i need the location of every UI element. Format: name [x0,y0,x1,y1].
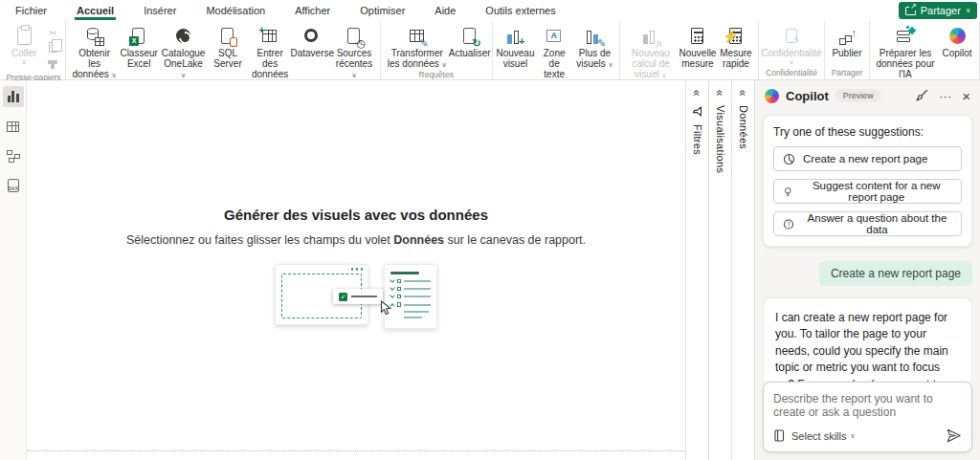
onelake-icon [174,26,193,46]
copy-icon[interactable] [45,41,60,54]
lightbulb-icon [783,186,793,198]
assistant-message: I can create a new report page for you. … [775,310,960,382]
visualizations-pane-collapsed[interactable]: « Visualisations [708,80,731,460]
skills-notebook-icon [773,429,785,442]
publish-icon: ↑ [837,26,857,46]
excel-icon: X [129,26,148,46]
chevron-down-icon: ∨ [21,58,26,66]
dax-query-view-icon[interactable]: DAX [3,175,24,196]
menu-inserer[interactable]: Insérer [142,2,178,19]
send-icon[interactable] [946,427,962,444]
menu-accueil[interactable]: Accueil [75,2,116,20]
recent-sources-icon: ◷ [345,26,364,46]
data-pane-label: Données [738,105,749,149]
copilot-input-card: Select skills ∨ [763,382,972,452]
dataverse-button[interactable]: Dataverse [293,23,331,58]
menu-aide[interactable]: Aide [433,2,457,19]
user-message: Create a new report page [819,261,972,286]
question-icon: ? [783,218,794,230]
sensitivity-button[interactable]: Confidentialité ∨ [762,23,821,66]
onelake-catalog-button[interactable]: Catalogue OneLake ∨ [158,23,209,80]
filter-icon [692,106,702,117]
table-view-icon[interactable] [3,116,24,137]
copilot-header: Copilot Preview ··· × [763,80,972,111]
visual-calculation-icon: fx [641,26,660,46]
ribbon-group-queries: ✎ Transformer les données ∨ ↻ Actualiser… [381,21,493,79]
more-visuals-icon: ✎ [585,26,604,46]
clear-chat-broom-icon[interactable] [915,89,928,102]
expand-filters-icon[interactable]: « [692,90,703,97]
report-canvas[interactable]: Générer des visuels avec vos données Sél… [27,80,685,460]
menu-outils-externes[interactable]: Outils externes [483,2,557,19]
cut-icon[interactable]: ✂ [45,27,60,39]
expand-visualizations-icon[interactable]: « [715,90,726,97]
checkbox-icon: ✓ [339,293,347,301]
new-measure-button[interactable]: Nouvelle mesure [679,23,717,69]
group-label: Partager [828,67,866,79]
copilot-button[interactable]: Copilot [938,23,976,58]
sql-server-button[interactable]: SQL Server [209,23,247,69]
ribbon-group-insert: + Nouveau visuel A Zone de texte ✎ Plus … [493,21,620,79]
transform-data-icon: ✎ [408,26,427,46]
empty-state: Générer des visuels avec vos données Sél… [27,207,685,329]
assistant-message-card: I can create a new report page for you. … [763,297,972,382]
transform-data-button[interactable]: ✎ Transformer les données ∨ [384,23,451,69]
ribbon-group-calculations: fx Nouveau calcul de visuel ∨ Nouvelle m… [620,21,759,79]
model-view-icon[interactable] [3,145,24,166]
new-visual-button[interactable]: + Nouveau visuel [496,23,535,69]
publish-button[interactable]: ↑ Publier [828,23,866,58]
menu-fichier[interactable]: Fichier [13,2,49,19]
empty-state-title: Générer des visuels avec vos données [27,207,685,223]
filters-pane-collapsed[interactable]: « Filtres [685,80,708,460]
suggestion-answer-question[interactable]: ? Answer a question about the data [773,211,962,236]
text-box-button[interactable]: A Zone de texte [535,23,573,80]
illustration-field-list [384,264,437,329]
suggestion-create-report-page[interactable]: Create a new report page [773,146,962,171]
refresh-button[interactable]: ↻ Actualiser [451,23,489,58]
clipboard-icon [17,26,32,46]
suggestion-suggest-content[interactable]: Suggest content for a new report page [773,179,962,204]
more-options-icon[interactable]: ··· [939,90,951,102]
empty-state-illustration: ✓ [275,264,437,329]
copilot-icon [949,26,966,46]
menu-bar: Fichier Accueil Insérer Modélisation Aff… [0,0,980,21]
illustration-field-chip: ✓ [333,289,383,304]
refresh-icon: ↻ [460,26,479,46]
suggestions-caption: Try one of these suggestions: [773,125,962,139]
format-painter-icon[interactable] [45,55,60,68]
copilot-input[interactable] [773,392,962,421]
paste-button[interactable]: Coller ∨ [5,23,43,66]
excel-workbook-button[interactable]: X Classeur Excel [120,23,158,69]
select-skills-dropdown[interactable]: Select skills ∨ [791,430,856,442]
chevron-down-icon: ∨ [850,432,855,440]
get-data-button[interactable]: Obtenir les données ∨ [69,23,120,80]
expand-data-icon[interactable]: « [738,90,749,97]
copilot-pane: Copilot Preview ··· × Try one of these s… [754,80,980,460]
data-pane-collapsed[interactable]: « Données [731,80,754,460]
ribbon-group-data: Obtenir les données ∨ X Classeur Excel C… [66,21,381,79]
illustration-canvas-card: ✓ [275,264,368,325]
menu-optimiser[interactable]: Optimiser [358,2,407,19]
suggestions-card: Try one of these suggestions: Create a n… [763,115,972,247]
quick-measure-button[interactable]: ⚡ Mesure rapide [717,23,755,69]
sensitivity-icon [786,26,797,46]
ribbon-group-share: ↑ Publier Partager [825,21,870,79]
ribbon: Coller ∨ ✂ Presse-papiers Obtenir les do… [0,21,980,80]
share-button[interactable]: Partager ∨ [899,2,977,19]
sql-server-icon [218,26,237,46]
enter-data-button[interactable]: + Entrer des données [247,23,293,80]
menu-modelisation[interactable]: Modélisation [204,2,267,19]
visualizations-pane-label: Visualisations [715,105,726,173]
new-visual-calculation-button[interactable]: fx Nouveau calcul de visuel ∨ [623,23,679,80]
copilot-logo-icon [765,89,779,103]
cursor-icon [380,300,392,316]
recent-sources-button[interactable]: ◷ Sources récentes ∨ [331,23,376,80]
more-visuals-button[interactable]: ✎ Plus de visuels ∨ [573,23,616,69]
close-icon[interactable]: × [962,89,970,103]
report-view-icon[interactable] [3,86,24,107]
dataverse-icon [302,26,322,46]
prepare-data-for-ai-button[interactable]: Préparer les données pour l'IA [873,23,938,80]
filters-pane-label: Filtres [692,124,703,155]
menu-afficher[interactable]: Afficher [293,2,332,19]
quick-measure-icon: ⚡ [726,26,746,46]
